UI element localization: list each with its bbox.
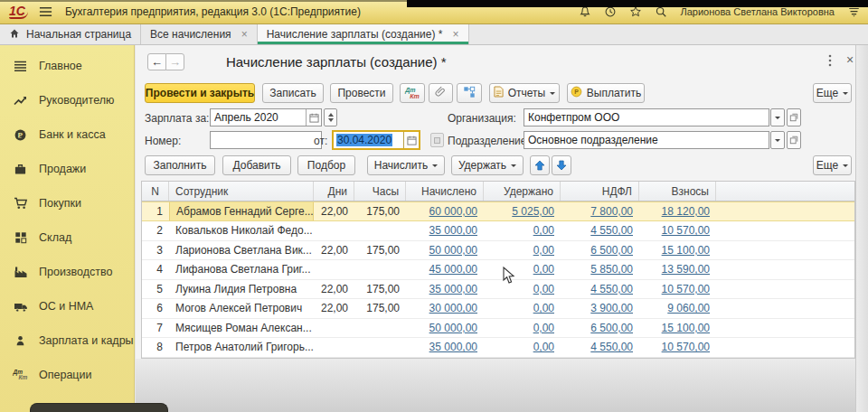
close-form-icon[interactable]: × [846, 52, 854, 67]
close-tab-icon[interactable]: × [453, 28, 459, 41]
reports-button[interactable]: Отчеты [489, 83, 560, 103]
col-header-contributions[interactable]: Взносы [639, 182, 716, 201]
accrued-link[interactable]: 50 000,00 [429, 244, 477, 257]
accrued-link[interactable]: 30 000,00 [429, 302, 477, 314]
sidebar-item-salary-hr[interactable]: Зарплата и кадры [0, 331, 135, 351]
calendar-icon[interactable] [403, 132, 419, 148]
ndfl-link[interactable]: 4 550,00 [590, 283, 633, 295]
ndfl-link[interactable]: 7 800,00 [590, 205, 633, 218]
employee-cell[interactable]: Лукина Лидия Петровна [169, 280, 314, 299]
accrued-link[interactable]: 50 000,00 [429, 322, 477, 334]
post-and-close-button[interactable]: Провести и закрыть [145, 83, 255, 103]
withheld-link[interactable]: 0,00 [533, 322, 554, 334]
main-menu-icon[interactable] [39, 6, 52, 17]
contrib-link[interactable]: 13 590,00 [662, 263, 710, 276]
col-header-accrued[interactable]: Начислено [406, 182, 484, 201]
salary-period-input[interactable]: Апрель 2020 [210, 108, 322, 126]
accrued-link[interactable]: 45 000,00 [429, 263, 477, 276]
save-button[interactable]: Записать [262, 83, 324, 103]
employee-cell[interactable]: Лифанова Светлана Григ... [169, 260, 314, 279]
calendar-icon[interactable] [306, 109, 321, 126]
search-icon[interactable] [655, 5, 667, 18]
employee-cell[interactable]: Мясищев Роман Алексан... [169, 319, 314, 338]
sidebar-item-main[interactable]: Главное [0, 56, 135, 76]
ndfl-link[interactable]: 5 850,00 [590, 263, 633, 276]
close-tab-icon[interactable]: × [241, 28, 248, 41]
step-down-icon[interactable] [328, 118, 334, 125]
col-header-n[interactable]: N [142, 182, 169, 201]
withheld-link[interactable]: 0,00 [533, 283, 554, 295]
employee-cell[interactable]: Могов Алексей Петрович [169, 299, 314, 318]
related-documents-button[interactable] [457, 83, 482, 103]
accrued-link[interactable]: 35 000,00 [429, 341, 477, 353]
notifications-bell-icon[interactable] [579, 5, 591, 18]
withheld-link[interactable]: 0,00 [533, 263, 554, 276]
table-row-2[interactable]: 2 Ковальков Николай Федо... 35 000,00 0,… [142, 221, 854, 241]
col-header-employee[interactable]: Сотрудник [169, 182, 314, 201]
organization-dropdown[interactable] [770, 108, 785, 126]
withheld-link[interactable]: 0,00 [533, 302, 554, 314]
sidebar-item-purchases[interactable]: Покупки [0, 193, 135, 213]
sidebar-item-fixed-assets[interactable]: ОС и НМА [0, 296, 135, 316]
organization-input[interactable]: Конфетпром ООО [524, 108, 769, 126]
employee-cell[interactable]: Абрамов Геннадий Серге... [169, 202, 314, 220]
move-up-button[interactable] [530, 155, 550, 175]
tab-payroll-creation[interactable]: Начисление зарплаты (создание) * × [258, 24, 469, 44]
department-input[interactable]: Основное подразделение [524, 131, 769, 149]
sidebar-item-warehouse[interactable]: Склад [0, 228, 135, 248]
contrib-link[interactable]: 9 060,00 [667, 302, 710, 314]
withhold-button[interactable]: Удержать [451, 155, 524, 175]
window-menu-icon[interactable] [828, 54, 832, 70]
contrib-link[interactable]: 10 570,00 [662, 224, 710, 237]
tab-all-accruals[interactable]: Все начисления × [141, 24, 258, 44]
ndfl-link[interactable]: 6 500,00 [590, 244, 633, 257]
number-input[interactable] [210, 131, 322, 149]
col-header-hours[interactable]: Часы [354, 182, 406, 201]
col-header-withheld[interactable]: Удержано [484, 182, 561, 201]
withheld-link[interactable]: 0,00 [533, 244, 554, 257]
contrib-link[interactable]: 18 120,00 [662, 205, 710, 218]
table-row-7[interactable]: 7 Мясищев Роман Алексан... 50 000,00 0,0… [142, 319, 854, 339]
employee-cell[interactable]: Ларионова Светлана Вик... [169, 241, 314, 260]
department-open-link[interactable] [787, 131, 801, 149]
ndfl-link[interactable]: 3 900,00 [590, 302, 633, 314]
accrued-link[interactable]: 35 000,00 [429, 224, 477, 237]
attachments-button[interactable] [429, 83, 453, 103]
pick-button[interactable]: Подбор [297, 155, 355, 175]
date-input[interactable]: 30.04.2020 [332, 130, 420, 150]
contrib-link[interactable]: 15 100,00 [662, 322, 710, 334]
department-dropdown[interactable] [770, 131, 785, 149]
withheld-link[interactable]: 0,00 [533, 224, 554, 237]
sidebar-item-production[interactable]: Производство [0, 262, 135, 282]
fill-button[interactable]: Заполнить [145, 155, 215, 175]
post-button[interactable]: Провести [330, 83, 393, 103]
sidebar-item-operations[interactable]: ДтКт Операции [0, 365, 135, 385]
ndfl-link[interactable]: 6 500,00 [590, 322, 633, 334]
move-down-button[interactable] [552, 155, 571, 175]
add-button[interactable]: Добавить [222, 155, 291, 175]
nav-forward-button[interactable]: → [165, 53, 184, 70]
withheld-link[interactable]: 0,00 [533, 341, 554, 353]
table-row-5[interactable]: 5 Лукина Лидия Петровна 22,00 175,00 35 … [142, 280, 854, 300]
sidebar-item-manager[interactable]: Руководителю [0, 90, 135, 110]
contrib-link[interactable]: 15 100,00 [662, 244, 710, 257]
more-button-table[interactable]: Еще [813, 155, 852, 175]
table-row-4[interactable]: 4 Лифанова Светлана Григ... 45 000,00 0,… [142, 260, 854, 280]
employee-cell[interactable]: Петров Анатолий Григорь... [169, 338, 314, 357]
ndfl-link[interactable]: 4 550,00 [590, 341, 633, 353]
dtkt-postings-button[interactable]: ДтКт [400, 83, 425, 103]
user-menu-icon[interactable] [847, 5, 861, 18]
organization-open-link[interactable] [787, 108, 801, 126]
contrib-link[interactable]: 10 570,00 [662, 341, 710, 353]
table-row-1[interactable]: 1 Абрамов Геннадий Серге... 22,00 175,00… [142, 201, 854, 221]
contrib-link[interactable]: 10 570,00 [662, 283, 710, 295]
favorites-star-icon[interactable] [629, 5, 642, 18]
col-header-days[interactable]: Дни [314, 182, 354, 201]
period-stepper[interactable] [324, 108, 337, 126]
more-button-top[interactable]: Еще [813, 83, 852, 103]
sidebar-item-bank-cash[interactable]: Р Банк и касса [0, 125, 135, 145]
history-icon[interactable] [604, 5, 617, 18]
withheld-link[interactable]: 5 025,00 [512, 205, 554, 218]
table-row-8[interactable]: 8 Петров Анатолий Григорь... 35 000,00 0… [142, 338, 854, 358]
ndfl-link[interactable]: 4 550,00 [590, 224, 633, 237]
